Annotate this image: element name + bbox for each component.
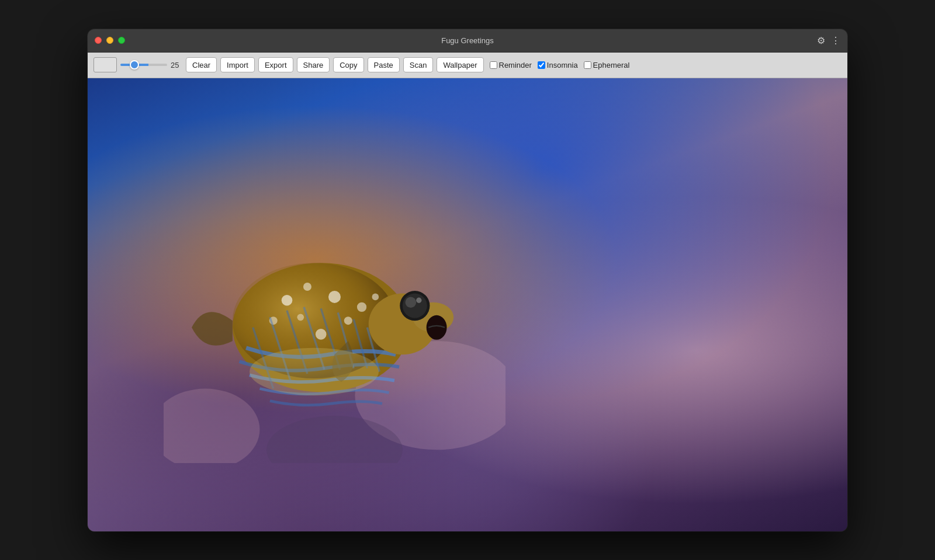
maximize-button[interactable] <box>118 37 125 44</box>
ephemeral-checkbox-item[interactable]: Ephemeral <box>584 61 630 69</box>
ephemeral-checkbox[interactable] <box>584 61 591 69</box>
menu-icon[interactable]: ⋮ <box>831 35 840 46</box>
import-button[interactable]: Import <box>220 57 255 72</box>
app-window: Fugu Greetings ⚙ ⋮ 25 Clear Import Expor… <box>88 29 847 531</box>
insomnia-checkbox-item[interactable]: Insomnia <box>538 61 578 69</box>
svg-point-7 <box>328 290 341 302</box>
minimize-button[interactable] <box>106 37 113 44</box>
insomnia-checkbox[interactable] <box>538 61 545 69</box>
copy-button[interactable]: Copy <box>333 57 363 72</box>
content-area[interactable] <box>88 78 847 531</box>
color-swatch[interactable] <box>94 57 117 72</box>
svg-point-19 <box>416 297 421 302</box>
clear-button[interactable]: Clear <box>186 57 217 72</box>
scan-button[interactable]: Scan <box>403 57 434 72</box>
reminder-checkbox-item[interactable]: Reminder <box>490 61 532 69</box>
titlebar-actions: ⚙ ⋮ <box>817 35 840 46</box>
titlebar: Fugu Greetings ⚙ ⋮ <box>88 29 847 53</box>
window-title: Fugu Greetings <box>441 36 494 45</box>
reminder-label: Reminder <box>499 61 532 69</box>
checkbox-group: Reminder Insomnia Ephemeral <box>490 61 630 69</box>
svg-point-13 <box>372 293 379 300</box>
insomnia-label: Insomnia <box>547 61 578 69</box>
fish-illustration <box>164 192 505 464</box>
close-button[interactable] <box>95 37 102 44</box>
svg-point-9 <box>297 314 304 321</box>
svg-point-8 <box>357 302 366 311</box>
svg-point-6 <box>303 282 311 290</box>
brush-size-slider[interactable] <box>120 64 167 66</box>
svg-point-11 <box>316 329 327 340</box>
svg-point-10 <box>344 316 352 325</box>
svg-point-18 <box>406 297 417 308</box>
traffic-lights <box>95 37 125 44</box>
fish-scene <box>88 78 847 531</box>
export-button[interactable]: Export <box>258 57 293 72</box>
reminder-checkbox[interactable] <box>490 61 497 69</box>
settings-icon[interactable]: ⚙ <box>817 35 825 46</box>
svg-point-21 <box>250 347 379 395</box>
svg-point-5 <box>282 294 293 305</box>
slider-value: 25 <box>171 61 182 69</box>
ephemeral-label: Ephemeral <box>593 61 630 69</box>
wallpaper-button[interactable]: Wallpaper <box>437 57 483 72</box>
share-button[interactable]: Share <box>297 57 330 72</box>
svg-point-0 <box>164 388 259 463</box>
slider-container: 25 <box>120 61 182 69</box>
toolbar: 25 Clear Import Export Share Copy Paste … <box>88 53 847 78</box>
paste-button[interactable]: Paste <box>368 57 400 72</box>
